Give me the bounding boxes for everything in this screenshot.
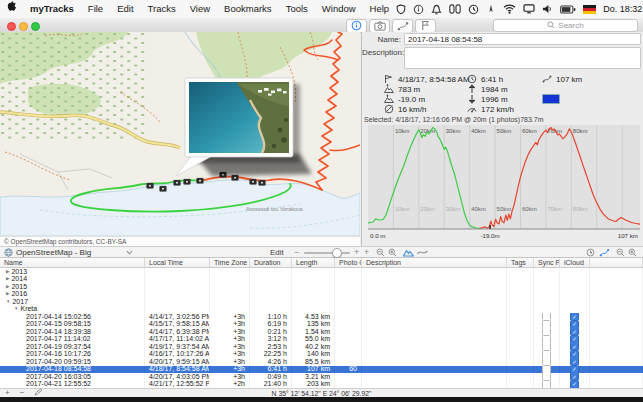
menu-item-tools[interactable]: Tools xyxy=(279,0,315,18)
photos-toolbar-button[interactable] xyxy=(369,19,390,33)
track-name-field[interactable]: 2017-04-18 08:54:58 xyxy=(404,33,641,45)
icloud-checkbox[interactable]: ✓ xyxy=(570,343,579,351)
disclosure-triangle-collapsed[interactable]: ▶ xyxy=(6,276,9,284)
track-row[interactable]: 2017-04-21 12:55:524/21/17, 12:55:52 PM+… xyxy=(0,381,643,389)
sync-checkbox[interactable] xyxy=(542,366,551,374)
apple-menu-icon[interactable] xyxy=(0,0,23,18)
chart-distance-axis-button[interactable] xyxy=(599,247,610,257)
menu-item-file[interactable]: File xyxy=(81,0,110,18)
column-header-photo-count[interactable]: Photo Count xyxy=(335,258,362,267)
icloud-checkbox[interactable]: ✓ xyxy=(570,328,579,336)
elevation-chart-svg[interactable]: 10km20km30km40km50km60km70km80km10km20km… xyxy=(368,125,640,241)
sync-checkbox[interactable] xyxy=(542,343,551,351)
menu-item-tracks[interactable]: Tracks xyxy=(141,0,183,18)
window-title-bar[interactable]: Search xyxy=(0,18,643,33)
icloud-checkbox[interactable]: ✓ xyxy=(570,373,579,381)
menu-clock[interactable]: Do. 18:32 xyxy=(603,4,642,14)
track-row[interactable]: 2017-04-14 18:39:384/14/17, 6:39:38 PM+3… xyxy=(0,328,643,336)
clock-icon[interactable] xyxy=(468,4,479,15)
track-color-swatch[interactable] xyxy=(542,94,560,104)
menu-item-view[interactable]: View xyxy=(183,0,217,18)
waypoint-toolbar-button[interactable] xyxy=(415,19,436,33)
info-toolbar-button[interactable] xyxy=(346,19,367,33)
display-icon[interactable] xyxy=(523,4,535,14)
menu-item-bookmarks[interactable]: Bookmarks xyxy=(217,0,279,18)
menu-item-help[interactable]: Help xyxy=(363,0,397,18)
edit-mode-label[interactable]: Edit xyxy=(270,247,284,257)
column-header-local-time[interactable]: Local Time xyxy=(145,258,210,267)
sync-checkbox[interactable] xyxy=(542,358,551,366)
wifi-icon[interactable] xyxy=(503,4,516,14)
icloud-checkbox[interactable]: ✓ xyxy=(570,351,579,359)
table-header[interactable]: NameLocal TimeTime ZoneDurationLengthPho… xyxy=(0,258,643,268)
map-zoom-slider[interactable]: − + xyxy=(294,247,360,257)
zoom-out-minus[interactable]: − xyxy=(294,247,299,257)
info-circle-icon[interactable] xyxy=(413,4,424,15)
column-header-tags[interactable]: Tags xyxy=(507,258,534,267)
slider-track[interactable] xyxy=(304,252,350,254)
speed-curve-button[interactable] xyxy=(417,247,428,257)
sync-checkbox[interactable] xyxy=(542,351,551,359)
disclosure-triangle-collapsed[interactable]: ▶ xyxy=(6,291,9,299)
chart-time-axis-button[interactable] xyxy=(586,247,595,257)
disclosure-triangle-collapsed[interactable]: ▶ xyxy=(6,268,9,276)
sync-checkbox[interactable] xyxy=(542,328,551,336)
slider-thumb[interactable] xyxy=(332,248,342,258)
track-row[interactable]: 2017-04-14 15:02:564/14/17, 3:02:56 PM+3… xyxy=(0,313,643,321)
column-header-time-zone[interactable]: Time Zone xyxy=(210,258,250,267)
sync-checkbox[interactable] xyxy=(542,381,551,389)
track-row[interactable]: 2017-04-15 09:58:154/15/17, 9:58:15 AM+3… xyxy=(0,321,643,329)
disclosure-triangle-expanded[interactable]: ▼ xyxy=(14,306,18,314)
column-header-filler[interactable] xyxy=(590,258,643,267)
group-row-2015[interactable]: ▶2015 xyxy=(0,283,643,291)
disclosure-triangle-expanded[interactable]: ▼ xyxy=(6,298,10,306)
window-zoom-button[interactable] xyxy=(31,22,40,31)
search-input[interactable]: Search xyxy=(493,19,638,32)
location-arrow-icon[interactable] xyxy=(486,4,496,14)
icloud-checkbox[interactable]: ✓ xyxy=(570,321,579,329)
chart-zoom-out-button[interactable] xyxy=(376,247,385,257)
photo-popup[interactable] xyxy=(176,78,312,176)
binoculars-icon[interactable] xyxy=(449,4,461,14)
map-canvas[interactable]: Ammoudi tou Vorakous xyxy=(0,32,360,236)
track-row[interactable]: 2017-04-19 09:37:544/19/17, 9:37:54 AM+3… xyxy=(0,343,643,351)
menu-item-mytracks[interactable]: myTracks xyxy=(23,0,81,18)
elevation-profile-chart[interactable]: 10km20km30km40km50km60km70km80km10km20km… xyxy=(368,125,640,241)
track-row[interactable]: 2017-04-20 16:03:054/20/17, 4:03:05 PM+3… xyxy=(0,373,643,381)
track-row[interactable]: 2017-04-18 08:54:584/18/17, 8:54:58 AM+3… xyxy=(0,366,643,374)
column-header-description[interactable]: Description xyxy=(362,258,507,267)
icloud-checkbox[interactable]: ✓ xyxy=(570,336,579,344)
column-header-name[interactable]: Name xyxy=(0,258,145,267)
group-row-2014[interactable]: ▶2014 xyxy=(0,276,643,284)
sync-checkbox[interactable] xyxy=(542,336,551,344)
sync-checkbox[interactable] xyxy=(542,313,551,321)
column-header-sync-p-[interactable]: Sync P… xyxy=(534,258,560,267)
icloud-checkbox[interactable]: ✓ xyxy=(570,358,579,366)
zoom-in-plus[interactable]: + xyxy=(354,247,359,257)
column-header-icloud[interactable]: iCloud xyxy=(560,258,590,267)
icloud-checkbox[interactable]: ✓ xyxy=(570,313,579,321)
icloud-checkbox[interactable]: ✓ xyxy=(570,381,579,389)
volume-icon[interactable] xyxy=(542,4,553,14)
keyboard-layout-flag-de-icon[interactable] xyxy=(583,5,596,14)
bell-icon[interactable] xyxy=(431,4,442,15)
map-layer-select[interactable]: OpenStreetMap - Big xyxy=(4,247,133,257)
icloud-checkbox[interactable]: ✓ xyxy=(570,366,579,374)
elevation-mode-button[interactable] xyxy=(403,247,414,257)
map-panel[interactable]: Ammoudi tou Vorakous xyxy=(0,32,360,236)
sync-checkbox[interactable] xyxy=(542,373,551,381)
shield-icon[interactable] xyxy=(396,4,406,15)
track-description-field[interactable] xyxy=(404,47,641,69)
battery-icon[interactable] xyxy=(560,5,576,14)
track-row[interactable]: 2017-04-17 11:14:024/17/17, 11:14:02 AM+… xyxy=(0,336,643,344)
group-row-2017[interactable]: ▼2017 xyxy=(0,298,643,306)
menu-item-edit[interactable]: Edit xyxy=(110,0,140,18)
chart-zoom-in-button[interactable] xyxy=(388,247,397,257)
window-close-button[interactable] xyxy=(7,22,16,31)
window-minimize-button[interactable] xyxy=(19,22,28,31)
chart-add-button[interactable]: + xyxy=(364,247,369,257)
group-row-kreta[interactable]: ▼Kreta xyxy=(0,306,643,314)
track-row[interactable]: 2017-04-16 10:17:264/16/17, 10:17:26 AM+… xyxy=(0,351,643,359)
chart-zoom-in-button-2[interactable] xyxy=(628,247,637,257)
sync-checkbox[interactable] xyxy=(542,321,551,329)
